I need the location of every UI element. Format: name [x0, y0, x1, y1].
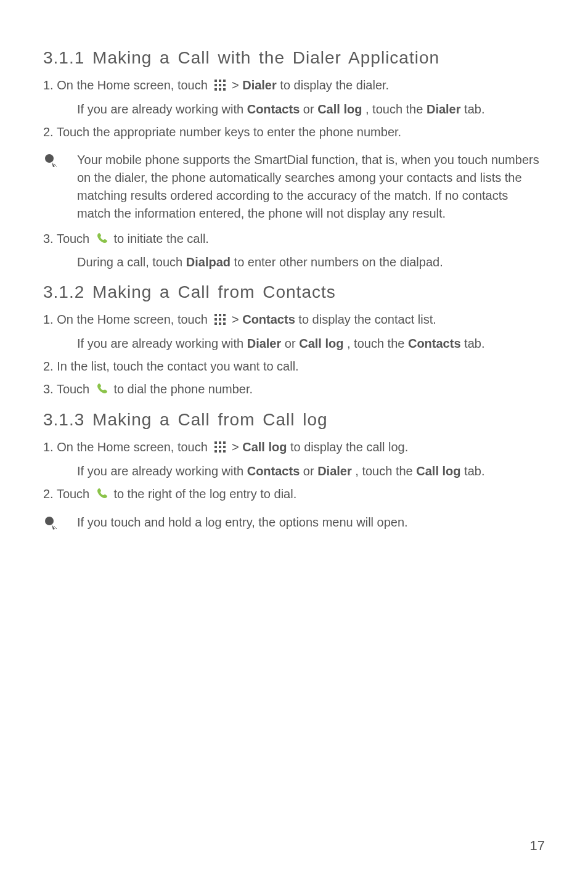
bold-text: Call log: [242, 440, 287, 454]
step-text: 1. On the Home screen, touch > Dialer to…: [43, 76, 545, 96]
text: tab.: [464, 102, 484, 116]
text: If you are already working with: [77, 464, 247, 478]
bold-text: Contacts: [242, 313, 295, 326]
svg-rect-27: [223, 450, 226, 453]
text: or: [285, 337, 299, 350]
bold-text: Dialer: [317, 464, 352, 478]
svg-rect-5: [223, 84, 226, 86]
svg-rect-6: [214, 88, 217, 91]
text: to display the call log.: [290, 440, 408, 454]
text: 1. On the Home screen, touch: [43, 313, 211, 326]
text: , touch the: [355, 464, 416, 478]
note-text: Your mobile phone supports the SmartDial…: [77, 151, 545, 223]
svg-rect-16: [214, 322, 217, 325]
bold-text: Dialpad: [186, 255, 231, 269]
page-number: 17: [530, 838, 545, 854]
bold-text: Call log: [299, 337, 343, 350]
step-text: 2. Touch to the right of the log entry t…: [43, 485, 545, 504]
step-text: 2. In the list, touch the contact you wa…: [43, 358, 545, 375]
text: to display the dialer.: [280, 78, 389, 92]
text: or: [303, 464, 317, 478]
heading-3-1-2: 3.1.2 Making a Call from Contacts: [43, 282, 545, 302]
phone-icon: [97, 381, 108, 399]
step-text: 1. On the Home screen, touch > Contacts …: [43, 311, 545, 330]
text: If you are already working with: [77, 337, 247, 350]
tip-icon: [43, 515, 59, 534]
svg-rect-2: [223, 80, 226, 82]
text: to dial the phone number.: [113, 382, 253, 396]
text: to enter other numbers on the dialpad.: [234, 255, 443, 269]
step-text: 3. Touch to dial the phone number.: [43, 380, 545, 399]
svg-rect-15: [223, 318, 226, 321]
apps-grid-icon: [214, 312, 226, 330]
svg-rect-1: [219, 80, 221, 82]
svg-rect-14: [219, 318, 221, 321]
text: tab.: [464, 337, 484, 350]
svg-rect-21: [223, 441, 226, 444]
svg-rect-20: [219, 441, 221, 444]
step-text: 3. Touch to initiate the call.: [43, 230, 545, 248]
text: 3. Touch: [43, 382, 93, 396]
note-text: If you touch and hold a log entry, the o…: [77, 514, 545, 531]
text: During a call, touch: [77, 255, 186, 269]
text: 2. Touch: [43, 487, 93, 501]
svg-rect-10: [214, 314, 217, 316]
svg-rect-0: [214, 80, 217, 82]
svg-rect-25: [214, 450, 217, 453]
bold-text: Call log: [317, 102, 362, 116]
text: or: [303, 102, 317, 116]
svg-rect-4: [219, 84, 221, 86]
bold-text: Dialer: [242, 78, 277, 92]
svg-rect-26: [219, 450, 221, 453]
tip-icon: [43, 153, 59, 171]
bold-text: Dialer: [247, 337, 282, 350]
apps-grid-icon: [214, 440, 226, 457]
bold-text: Contacts: [247, 102, 300, 116]
text: 1. On the Home screen, touch: [43, 78, 211, 92]
text: >: [232, 313, 242, 326]
text: to initiate the call.: [113, 232, 209, 245]
indent-text: If you are already working with Dialer o…: [77, 335, 545, 353]
text: >: [232, 440, 242, 454]
text: 1. On the Home screen, touch: [43, 440, 211, 454]
text: 3. Touch: [43, 232, 93, 245]
text: tab.: [464, 464, 484, 478]
indent-text: During a call, touch Dialpad to enter ot…: [77, 253, 545, 271]
text: to the right of the log entry to dial.: [113, 487, 296, 501]
indent-text: If you are already working with Contacts…: [77, 462, 545, 480]
svg-rect-24: [223, 446, 226, 448]
indent-text: If you are already working with Contacts…: [77, 100, 545, 118]
phone-icon: [97, 486, 108, 504]
svg-rect-7: [219, 88, 221, 91]
text: >: [232, 78, 242, 92]
bold-text: Contacts: [247, 464, 300, 478]
svg-rect-11: [219, 314, 221, 316]
svg-rect-13: [214, 318, 217, 321]
bold-text: Dialer: [427, 102, 461, 116]
svg-rect-12: [223, 314, 226, 316]
step-text: 1. On the Home screen, touch > Call log …: [43, 438, 545, 457]
svg-rect-8: [223, 88, 226, 91]
text: If you are already working with: [77, 102, 247, 116]
heading-3-1-1: 3.1.1 Making a Call with the Dialer Appl…: [43, 48, 545, 68]
phone-icon: [97, 231, 108, 248]
step-text: 2. Touch the appropriate number keys to …: [43, 123, 545, 141]
svg-point-28: [45, 517, 54, 525]
bold-text: Contacts: [408, 337, 461, 350]
text: , touch the: [365, 102, 427, 116]
bold-text: Call log: [416, 464, 460, 478]
svg-rect-19: [214, 441, 217, 444]
svg-point-9: [45, 154, 54, 163]
heading-3-1-3: 3.1.3 Making a Call from Call log: [43, 410, 545, 430]
svg-rect-22: [214, 446, 217, 448]
svg-rect-18: [223, 322, 226, 325]
text: to display the contact list.: [298, 313, 436, 326]
svg-rect-3: [214, 84, 217, 86]
text: , touch the: [347, 337, 408, 350]
svg-rect-23: [219, 446, 221, 448]
svg-rect-17: [219, 322, 221, 325]
apps-grid-icon: [214, 78, 226, 96]
